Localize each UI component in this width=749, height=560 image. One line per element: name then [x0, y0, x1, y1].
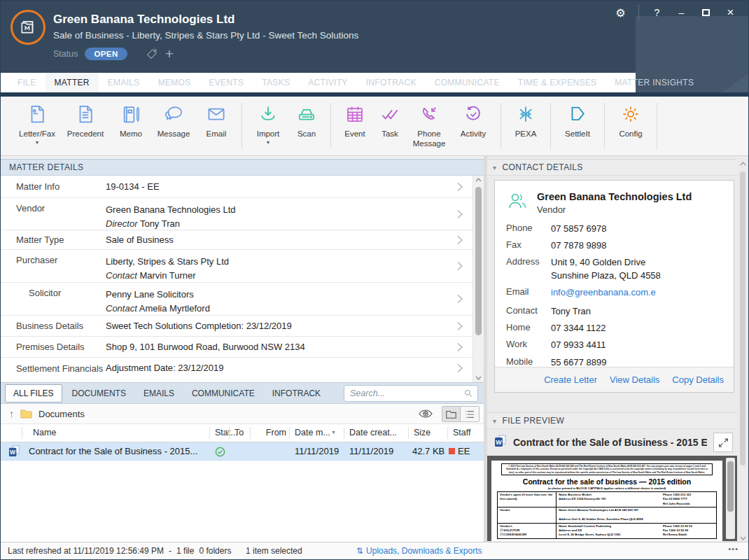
- col-size[interactable]: Size: [414, 428, 430, 438]
- sort-desc-icon[interactable]: ▼: [331, 430, 336, 435]
- task-button[interactable]: Task: [373, 102, 407, 146]
- event-button[interactable]: Event: [337, 102, 373, 146]
- tab-emails[interactable]: EMAILS: [99, 73, 149, 92]
- pexa-button[interactable]: PEXA: [507, 102, 545, 146]
- tab-events[interactable]: EVENTS: [200, 73, 253, 92]
- col-to[interactable]: To: [234, 428, 244, 438]
- scroll-down-icon[interactable]: [473, 376, 484, 380]
- panel-scrollbar[interactable]: [737, 160, 748, 542]
- document-page[interactable]: © 2015 The Law Society of New South Wale…: [491, 461, 722, 541]
- phone-message-button[interactable]: Phone Message: [407, 102, 451, 149]
- folder-up-icon[interactable]: ↑: [9, 408, 14, 419]
- collapse-icon[interactable]: ▾: [493, 417, 496, 425]
- matter-details-list: Matter Info 19-0134 - EE Vendor Green Ba…: [1, 176, 484, 383]
- file-preview-area: © 2015 The Law Society of New South Wale…: [487, 456, 737, 541]
- row-vendor[interactable]: Vendor Green Banana Technologies Ltd Dir…: [1, 198, 484, 230]
- memo-button[interactable]: Memo: [111, 102, 150, 146]
- add-tag-icon[interactable]: +: [165, 48, 174, 60]
- list-view-button[interactable]: [461, 406, 479, 422]
- files-tab-documents[interactable]: DOCUMENTS: [64, 385, 134, 402]
- chevron-right-icon: [457, 235, 463, 244]
- minimize-button[interactable]: –: [669, 4, 694, 21]
- create-letter-link[interactable]: Create Letter: [544, 374, 597, 385]
- contact-name: Green Banana Technologies Ltd: [537, 191, 692, 202]
- settleit-icon: [567, 102, 588, 127]
- tab-time-expenses[interactable]: TIME & EXPENSES: [509, 73, 606, 92]
- more-options-icon[interactable]: •••: [728, 545, 738, 553]
- row-matter-type[interactable]: Matter Type Sale of Business: [1, 230, 484, 250]
- activity-button[interactable]: Activity: [451, 102, 495, 146]
- tab-memos[interactable]: MEMOS: [149, 73, 200, 92]
- files-tab-all[interactable]: ALL FILES: [5, 384, 62, 402]
- preview-scrollbar[interactable]: [726, 458, 735, 539]
- import-dropdown-caret[interactable]: ▾: [267, 139, 270, 146]
- file-name: Contract for the Sale of Business - 2015…: [29, 446, 197, 456]
- collapse-icon[interactable]: ▾: [493, 164, 496, 172]
- message-button[interactable]: Message: [150, 102, 197, 146]
- scan-button[interactable]: Scan: [288, 102, 325, 146]
- row-purchaser[interactable]: Purchaser Liberty, Stripes & Stars Pty L…: [1, 250, 484, 283]
- files-tab-communicate[interactable]: COMMUNICATE: [184, 385, 262, 402]
- row-settlement-financials[interactable]: Settlement Financials Adjustment Date: 2…: [1, 358, 484, 379]
- row-solicitor[interactable]: Solicitor Penny Lane Solicitors Contact …: [1, 283, 484, 316]
- details-scrollbar[interactable]: [472, 176, 484, 382]
- tag-icon[interactable]: [146, 48, 158, 60]
- scroll-up-icon[interactable]: [473, 178, 484, 182]
- col-date-modified[interactable]: Date m...: [295, 428, 330, 438]
- col-from[interactable]: From: [254, 428, 286, 438]
- col-date-created[interactable]: Date creat...: [349, 428, 397, 438]
- folder-view-button[interactable]: [442, 406, 461, 422]
- preview-title-row: W Contract for the Sale of Business - 20…: [487, 430, 737, 454]
- import-button[interactable]: Import ▾: [248, 102, 288, 146]
- file-preview-header[interactable]: ▾ FILE PREVIEW: [487, 412, 737, 429]
- uploads-downloads-link[interactable]: ⇅ Uploads, Downloads & Exports: [356, 546, 482, 556]
- tab-matter[interactable]: MATTER: [46, 73, 99, 92]
- col-name[interactable]: Name: [33, 428, 56, 438]
- view-details-link[interactable]: View Details: [610, 374, 659, 385]
- row-premises-details[interactable]: Premises Details Shop 9, 101 Burwood Roa…: [1, 337, 484, 358]
- files-tab-emails[interactable]: EMAILS: [136, 385, 182, 402]
- tab-tasks[interactable]: TASKS: [253, 73, 299, 92]
- preview-scroll-thumb[interactable]: [727, 461, 734, 512]
- row-business-details[interactable]: Business Details Sweet Tech Solutions Co…: [1, 316, 484, 337]
- contact-details-header[interactable]: ▾ CONTACT DETAILS: [487, 159, 737, 176]
- scroll-thumb[interactable]: [475, 187, 482, 335]
- tab-infotrack[interactable]: INFOTRACK: [357, 73, 426, 92]
- email-button[interactable]: Email: [197, 102, 236, 146]
- tab-communicate[interactable]: COMMUNICATE: [426, 73, 509, 92]
- contact-email-link[interactable]: info@greenbanana.com.e: [551, 286, 734, 299]
- file-row[interactable]: W Contract for the Sale of Business - 20…: [1, 442, 484, 461]
- tab-file[interactable]: FILE: [8, 73, 46, 92]
- scroll-up-icon[interactable]: [737, 162, 748, 166]
- help-button[interactable]: ?: [645, 4, 669, 21]
- copy-details-link[interactable]: Copy Details: [672, 374, 724, 385]
- search-input[interactable]: [344, 388, 464, 398]
- config-button[interactable]: Config: [610, 102, 651, 146]
- doc-title: Contract for the sale of business — 2015…: [491, 477, 722, 486]
- pexa-icon: [515, 102, 536, 127]
- main-area: MATTER DETAILS Matter Info 19-0134 - EE …: [1, 156, 748, 542]
- tab-matter-insights[interactable]: MATTER INSIGHTS: [606, 73, 703, 92]
- preview-eye-icon[interactable]: [418, 407, 433, 423]
- settleit-button[interactable]: SettleIt: [556, 102, 598, 146]
- preview-file-title: Contract for the Sale of Business - 2015…: [513, 437, 707, 448]
- tab-activity[interactable]: ACTIVITY: [299, 73, 356, 92]
- maximize-button[interactable]: [694, 4, 718, 21]
- expand-preview-button[interactable]: [713, 433, 733, 452]
- contact-person: Tony Tran: [551, 305, 734, 318]
- status-badge[interactable]: OPEN: [85, 48, 127, 60]
- col-staff[interactable]: Staff: [453, 428, 470, 438]
- letter-fax-button[interactable]: Letter/Fax ▾: [15, 102, 59, 146]
- letter-fax-dropdown-caret[interactable]: ▾: [36, 139, 38, 146]
- precedent-button[interactable]: Precedent: [59, 102, 111, 146]
- files-tab-infotrack[interactable]: INFOTRACK: [265, 385, 328, 402]
- tab-underline-strip: [1, 92, 748, 97]
- contact-people-icon: [506, 191, 528, 211]
- scroll-thumb[interactable]: [740, 172, 746, 465]
- chevron-right-icon: [457, 364, 463, 373]
- memo-icon: [120, 102, 141, 127]
- close-button[interactable]: ×: [718, 4, 743, 21]
- scroll-down-icon[interactable]: [737, 536, 748, 540]
- row-matter-info[interactable]: Matter Info 19-0134 - EE: [1, 176, 484, 198]
- settings-gear-icon[interactable]: ⚙: [608, 4, 633, 21]
